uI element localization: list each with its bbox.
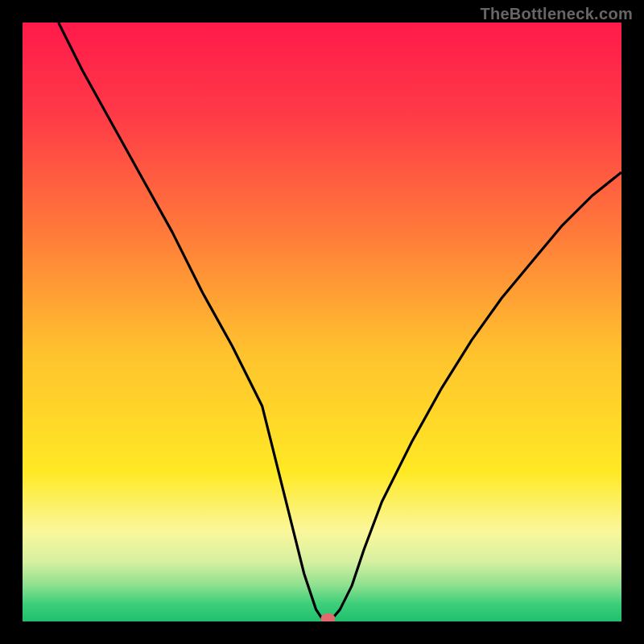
watermark-text: TheBottleneck.com [480,5,633,23]
plot-area [23,23,621,621]
background-gradient [23,23,621,621]
chart-frame: TheBottleneck.com [0,0,644,644]
plot-svg [23,23,621,621]
